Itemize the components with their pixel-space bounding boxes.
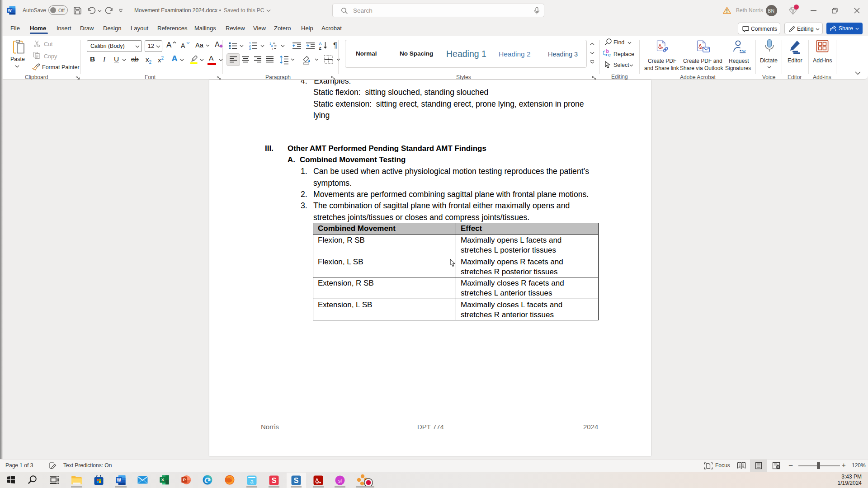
svg-text:i: i (272, 47, 273, 51)
svg-text:S: S (294, 477, 299, 484)
svg-text:P: P (183, 477, 186, 482)
svg-text:Z: Z (319, 46, 321, 50)
svg-text:sl: sl (338, 478, 342, 483)
svg-text:a: a (250, 478, 254, 485)
svg-text:X: X (161, 477, 164, 482)
svg-text:3: 3 (249, 47, 251, 50)
svg-text:S: S (272, 477, 277, 484)
svg-text:c: c (608, 52, 611, 57)
svg-text:W: W (117, 478, 121, 483)
svg-text:W: W (8, 8, 12, 13)
